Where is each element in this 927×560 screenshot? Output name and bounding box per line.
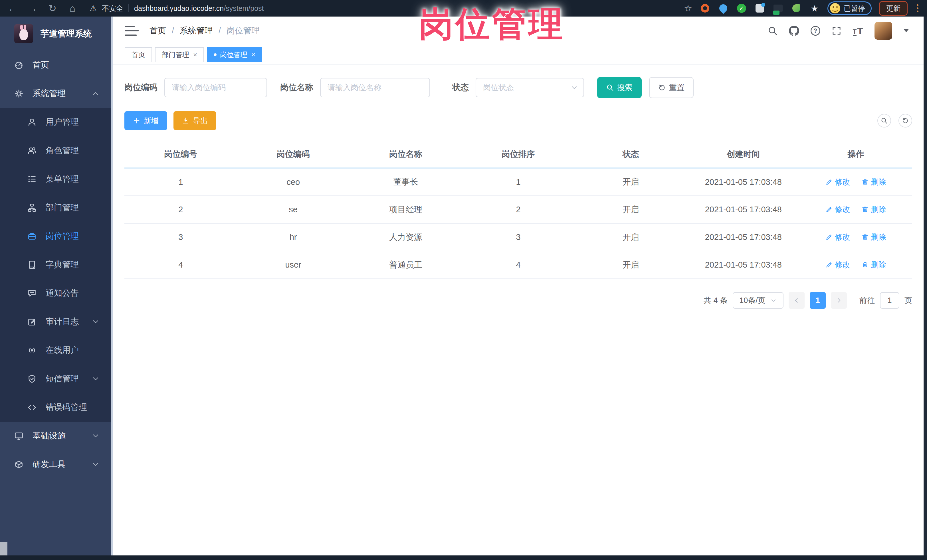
export-button[interactable]: 导出 (173, 111, 216, 130)
cell-post-sort: 1 (462, 168, 574, 196)
goto-page-input[interactable] (880, 292, 899, 309)
url-bar[interactable]: ⚠ 不安全 dashboard.yudao.iocoder.cn/system/… (90, 4, 264, 13)
extension-icon-3[interactable]: ✓ (736, 3, 747, 14)
delete-link[interactable]: 删除 (862, 204, 886, 214)
edit-link[interactable]: 修改 (826, 232, 850, 242)
cell-post-status: 开启 (574, 168, 687, 196)
cell-post-id: 1 (125, 168, 237, 196)
extension-icon-4[interactable] (754, 3, 765, 14)
sidebar-item-home[interactable]: 首页 (0, 51, 111, 79)
bookmark-star-icon[interactable]: ☆ (684, 3, 692, 14)
reset-button-label: 重置 (669, 82, 684, 93)
toggle-search-button[interactable] (877, 114, 891, 127)
font-size-icon[interactable]: TT (853, 26, 863, 36)
delete-link[interactable]: 删除 (862, 232, 886, 242)
avatar-caret-icon[interactable] (904, 29, 909, 32)
status-select[interactable] (476, 78, 584, 97)
status-select-input[interactable] (476, 78, 584, 97)
add-button[interactable]: 新增 (125, 111, 167, 130)
post-name-input[interactable] (320, 78, 430, 97)
edit-link-label: 修改 (835, 232, 850, 242)
page-size-select[interactable]: 10条/页 (733, 292, 784, 309)
delete-link[interactable]: 删除 (862, 177, 886, 187)
browser-update-button[interactable]: 更新 (879, 1, 907, 16)
sidebar-item-announcements[interactable]: 通知公告 (0, 279, 111, 308)
cell-actions: 修改 删除 (800, 168, 912, 196)
tab-departments[interactable]: 部门管理 × (155, 47, 204, 62)
browser-menu-icon[interactable] (915, 4, 920, 12)
profile-paused-badge[interactable]: 已暂停 (827, 2, 872, 15)
url-text[interactable]: dashboard.yudao.iocoder.cn/system/post (134, 4, 264, 12)
extension-icon-7[interactable]: ★ (809, 3, 820, 14)
extension-icon-2[interactable] (718, 3, 729, 14)
tab-close-icon[interactable]: × (251, 51, 255, 59)
edit-link[interactable]: 修改 (826, 204, 850, 214)
column-header: 创建时间 (687, 141, 799, 168)
sidebar: 芋道管理系统 首页 系统管理 用户管理 (0, 17, 111, 555)
extension-icon-5[interactable] (773, 3, 784, 14)
fullscreen-icon[interactable] (832, 26, 841, 36)
breadcrumb-current: 岗位管理 (226, 25, 260, 36)
help-icon[interactable]: ? (811, 26, 820, 36)
cell-post-status: 开启 (574, 223, 687, 251)
delete-link[interactable]: 删除 (862, 260, 886, 270)
tab-home[interactable]: 首页 (125, 47, 152, 62)
chevron-down-icon (92, 461, 99, 468)
sidebar-item-sms[interactable]: 短信管理 (0, 364, 111, 393)
tab-posts[interactable]: 岗位管理 × (207, 47, 262, 62)
next-page-button[interactable] (831, 292, 847, 309)
page-1-button[interactable]: 1 (810, 292, 826, 309)
sidebar-item-error-codes[interactable]: 错误码管理 (0, 393, 111, 422)
scrollbar-corner[interactable] (0, 542, 8, 555)
url-path: /system/post (224, 4, 264, 12)
sidebar-item-online-users[interactable]: 在线用户 (0, 336, 111, 364)
chevron-down-icon (570, 83, 578, 91)
browser-back-button[interactable]: ← (7, 0, 18, 17)
prev-page-button[interactable] (789, 292, 805, 309)
browser-home-button[interactable]: ⌂ (67, 0, 78, 17)
table-row: 2 se 项目经理 2 开启 2021-01-05 17:03:48 修改 删除 (125, 196, 912, 223)
cell-post-code: ceo (237, 168, 349, 196)
navbar-actions: ? TT (768, 22, 909, 39)
tab-close-icon[interactable]: × (193, 51, 197, 59)
browser-forward-button[interactable]: → (27, 0, 38, 17)
extension-icon-1[interactable] (700, 3, 710, 14)
user-avatar[interactable] (874, 22, 892, 39)
search-icon[interactable] (768, 26, 778, 36)
sidebar-item-menus[interactable]: 菜单管理 (0, 165, 111, 193)
refresh-button[interactable] (898, 114, 912, 127)
breadcrumb-home[interactable]: 首页 (149, 25, 166, 36)
sidebar-scrollbar[interactable] (111, 17, 113, 555)
search-button[interactable]: 搜索 (597, 77, 642, 98)
infrastructure-icon (14, 431, 24, 440)
sidebar-item-label: 岗位管理 (46, 231, 79, 242)
sidebar-item-roles[interactable]: 角色管理 (0, 137, 111, 165)
dictionary-icon (27, 260, 37, 269)
sidebar-item-system[interactable]: 系统管理 (0, 79, 111, 108)
breadcrumb-system[interactable]: 系统管理 (180, 25, 213, 36)
online-users-icon (27, 346, 37, 355)
extension-icon-6[interactable] (791, 3, 802, 14)
sidebar-toggle-icon[interactable] (125, 26, 139, 36)
main-area: 首页 / 系统管理 / 岗位管理 ? TT (113, 17, 924, 555)
browser-reload-button[interactable]: ↻ (47, 0, 58, 17)
delete-link-label: 删除 (871, 204, 886, 214)
sidebar-item-departments[interactable]: 部门管理 (0, 193, 111, 222)
edit-link[interactable]: 修改 (826, 177, 850, 187)
menu-list-icon (27, 175, 37, 184)
cell-post-id: 4 (125, 251, 237, 279)
sidebar-item-devtools[interactable]: 研发工具 (0, 450, 111, 479)
edit-link[interactable]: 修改 (826, 260, 850, 270)
announcement-icon (27, 289, 37, 298)
post-code-input[interactable] (164, 78, 267, 97)
chevron-down-icon (92, 432, 99, 440)
cell-post-created: 2021-01-05 17:03:48 (687, 168, 799, 196)
chevron-down-icon (92, 318, 99, 325)
sidebar-item-audit-log[interactable]: 审计日志 (0, 308, 111, 336)
sidebar-item-users[interactable]: 用户管理 (0, 108, 111, 137)
sidebar-item-posts[interactable]: 岗位管理 (0, 222, 111, 250)
sidebar-item-infrastructure[interactable]: 基础设施 (0, 422, 111, 450)
sidebar-item-dictionary[interactable]: 字典管理 (0, 250, 111, 279)
reset-button[interactable]: 重置 (649, 77, 694, 98)
github-icon[interactable] (789, 26, 799, 36)
